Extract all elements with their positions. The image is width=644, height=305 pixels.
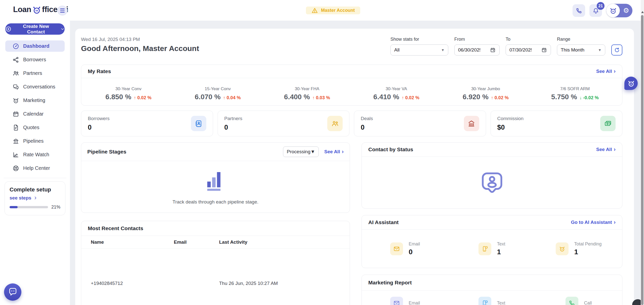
phone-button[interactable] — [573, 4, 585, 17]
robot-toggle-icon — [606, 4, 620, 17]
notifications-button[interactable]: 21 — [589, 4, 602, 17]
current-datetime: Wed 16 Jul, 2025 04:13 PM — [81, 37, 199, 42]
calendar-icon[interactable] — [541, 47, 547, 53]
scrollbar-thumb[interactable] — [641, 15, 643, 305]
pipeline-empty-state: Track deals through each pipeline stage. — [81, 161, 350, 213]
chevron-down-icon: ▼ — [310, 149, 315, 155]
bar-chart-icon — [204, 169, 227, 192]
gauge-icon — [12, 43, 19, 50]
column-email: Email — [174, 239, 219, 245]
contact-email — [174, 281, 219, 286]
brand-logo-prefix: Loan — [13, 5, 31, 14]
people-icon — [12, 70, 19, 77]
page-scrollbar[interactable] — [641, 0, 644, 305]
sidebar-item-dashboard[interactable]: Dashboard — [5, 40, 65, 52]
partners-stat-card[interactable]: Partners 0 — [218, 111, 350, 136]
recent-contacts-title: Most Recent Contacts — [88, 225, 143, 231]
go-to-ai-assistant-link[interactable]: Go to AI Assistant› — [571, 220, 616, 225]
ai-assistant-fab[interactable] — [624, 77, 638, 90]
rate-item: 30-Year FHA 6.400 % ↑ 0.03 % — [262, 86, 352, 101]
to-date-label: To — [506, 37, 551, 42]
rate-change-up: ↑ 0.02 % — [491, 95, 509, 100]
rate-change-up: ↑ 0.04 % — [223, 95, 241, 100]
from-date-input[interactable] — [458, 47, 480, 53]
setup-progress-fill — [10, 206, 18, 208]
sidebar: Create New Contact Dashboard Borrowers — [0, 21, 70, 305]
chevron-right-icon: › — [614, 147, 616, 152]
sidebar-item-pipelines[interactable]: Pipelines — [5, 135, 65, 147]
marketing-report-card: Marketing Report Email — [361, 275, 622, 305]
person-bubble-icon — [480, 171, 504, 195]
pipeline-stages-title: Pipeline Stages — [87, 149, 126, 155]
calendar-icon — [12, 111, 19, 118]
sidebar-item-label: Partners — [23, 70, 42, 76]
ai-email-stat: Email 0 — [362, 241, 449, 256]
from-date-label: From — [454, 37, 500, 42]
sidebar-item-conversations[interactable]: Conversations — [5, 81, 65, 92]
contact-by-status-card: Contact by Status See All› — [361, 142, 622, 209]
envelope-icon — [390, 242, 403, 255]
show-stats-select[interactable]: All ▼ — [390, 44, 448, 56]
marketing-report-stats: Email Text — [362, 291, 622, 305]
rates-see-all-link[interactable]: See All› — [596, 69, 616, 74]
chevron-right-icon — [33, 196, 37, 200]
robot-logo-icon — [32, 5, 42, 15]
contact-last-activity: Thu 26 Jun, 2025 10:27 AM — [219, 281, 350, 286]
sidebar-item-label: Conversations — [23, 84, 55, 90]
rate-change-up: ↑ 0.02 % — [134, 95, 151, 100]
create-new-contact-button[interactable]: Create New Contact — [5, 23, 65, 35]
range-select[interactable]: This Month ▼ — [557, 44, 605, 56]
sidebar-item-quotes[interactable]: Quotes — [5, 122, 65, 133]
plus-circle-icon — [5, 26, 12, 32]
scrollbar-up-arrow-icon[interactable] — [641, 11, 644, 13]
ai-assistant-stats: Email 0 Text 1 — [362, 230, 622, 268]
sidebar-item-marketing[interactable]: Marketing — [5, 95, 65, 106]
commission-stat-card[interactable]: Commission $0 — [491, 111, 623, 136]
contact-book-icon — [191, 116, 206, 131]
sidebar-divider — [4, 178, 66, 178]
bank-icon — [12, 138, 19, 145]
rate-change-up: ↑ 0.03 % — [312, 95, 330, 100]
contact-table-row[interactable]: +19402845712 Thu 26 Jun, 2025 10:27 AM — [81, 249, 350, 294]
sidebar-item-rate-watch[interactable]: Rate Watch — [5, 149, 65, 160]
sidebar-item-calendar[interactable]: Calendar — [5, 108, 65, 120]
master-account-label: Master Account — [321, 8, 355, 13]
sidebar-item-help-center[interactable]: Help Center — [5, 163, 65, 174]
chevron-right-icon: › — [614, 220, 616, 225]
show-stats-label: Show stats for — [390, 37, 448, 42]
contact-status-see-all-link[interactable]: See All› — [596, 147, 616, 152]
loanofficer-dashboard: { "brand": { "logo_prefix": "Loan", "log… — [0, 0, 644, 305]
recent-contacts-card: Most Recent Contacts Name Email Last Act… — [81, 221, 350, 305]
refresh-button[interactable] — [611, 44, 622, 56]
sidebar-item-borrowers[interactable]: Borrowers — [5, 54, 65, 65]
pipeline-empty-text: Track deals through each pipeline stage. — [173, 199, 259, 205]
refresh-icon — [614, 47, 620, 53]
master-account-badge[interactable]: Master Account — [306, 7, 360, 14]
topbar: Loan fficer.ai Master Account — [0, 0, 644, 21]
marketing-text-stat: Text — [449, 297, 535, 305]
document-icon — [12, 124, 19, 131]
calendar-icon[interactable] — [490, 47, 496, 53]
sidebar-item-label: Help Center — [23, 165, 50, 171]
deals-stat-card[interactable]: Deals 0 — [354, 111, 486, 136]
sidebar-toggle-button[interactable] — [57, 6, 67, 16]
warning-icon — [311, 7, 318, 14]
robot-icon — [556, 242, 569, 255]
robot-icon — [627, 79, 635, 87]
sidebar-item-partners[interactable]: Partners — [5, 68, 65, 79]
rates-row: 30-Year Conv 6.850 % ↑ 0.02 % 15-Year Co… — [81, 78, 622, 105]
dashboard-main: Wed 16 Jul, 2025 04:13 PM Good Afternoon… — [75, 29, 634, 305]
column-last-activity: Last Activity — [219, 239, 350, 245]
to-date-input[interactable] — [509, 47, 532, 53]
borrowers-stat-card[interactable]: Borrowers 0 — [81, 111, 213, 136]
contact-status-empty-state — [362, 157, 622, 208]
stats-filters: Show stats for All ▼ From — [390, 37, 622, 56]
pipeline-see-all-link[interactable]: See All› — [324, 149, 344, 155]
assistant-settings-toggle[interactable]: ⚙ — [606, 4, 632, 17]
see-steps-link[interactable]: see steps — [10, 195, 60, 201]
chart-icon — [12, 151, 19, 158]
chat-launcher-fab[interactable] — [4, 283, 21, 301]
ai-text-stat: Text 1 — [449, 241, 535, 256]
sidebar-item-label: Marketing — [23, 97, 45, 103]
pipeline-stage-select[interactable]: Processing ▼ — [283, 146, 319, 157]
